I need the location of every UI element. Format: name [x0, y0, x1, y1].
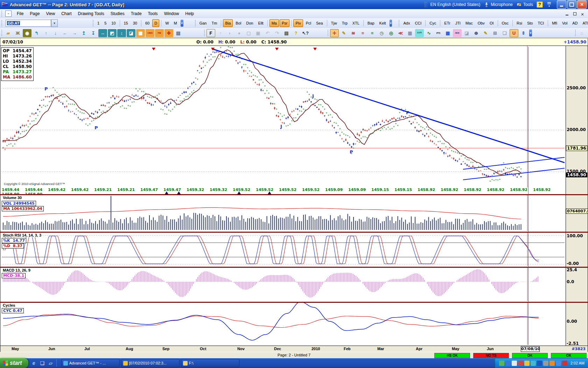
menu-chart[interactable]: Chart: [58, 10, 75, 17]
pencil-icon[interactable]: ✎: [340, 29, 348, 37]
tray-icon-6[interactable]: [531, 361, 536, 366]
study-rsi[interactable]: Rsi: [514, 19, 524, 27]
toolbar-grip[interactable]: [204, 30, 205, 36]
nav-forward-icon[interactable]: ↷: [273, 29, 281, 37]
properties-icon[interactable]: ▤: [174, 29, 183, 37]
volume-panel[interactable]: Volume 30 VOL 24994545 MA 106433962.04 0…: [0, 195, 588, 232]
study-don[interactable]: Don: [244, 19, 255, 27]
taskbar-clock[interactable]: 2:02 AM: [570, 361, 584, 365]
button-advancedget[interactable]: Advanced GET™ - ...: [61, 359, 120, 367]
study-vol[interactable]: Vol: [560, 19, 569, 27]
symbol-dropdown-icon[interactable]: ▼: [51, 19, 58, 27]
context-help-icon[interactable]: ↖?: [301, 29, 310, 37]
toolbar-grip[interactable]: [195, 20, 196, 26]
compress-h-icon[interactable]: ↔: [98, 29, 107, 37]
grid-icon[interactable]: ▦: [136, 29, 145, 37]
study-tci[interactable]: TCI: [536, 19, 546, 27]
tray-icon-9[interactable]: [550, 361, 555, 366]
study-piv[interactable]: Piv: [293, 19, 303, 27]
tray-icon-7[interactable]: [537, 361, 542, 366]
tray-icon-3[interactable]: [512, 361, 517, 366]
macd-plot[interactable]: [2, 268, 565, 301]
microphone-button[interactable]: Microphone: [484, 2, 513, 7]
study-atr[interactable]: ATR: [580, 19, 588, 27]
pointer-crosshair-icon[interactable]: ✛: [330, 29, 339, 37]
shape-tool-icon[interactable]: ◗: [225, 29, 234, 37]
hlines-icon[interactable]: ≡: [368, 29, 377, 37]
timeframe-m[interactable]: M: [172, 19, 179, 27]
study-ad[interactable]: AD: [570, 19, 580, 27]
volume-histogram[interactable]: [2, 195, 565, 231]
button-0702201007023[interactable]: [07/02/2010 07:02:3...: [121, 359, 180, 367]
timeframe-15[interactable]: 15: [122, 19, 130, 27]
zoom-box-icon[interactable]: ◩: [108, 29, 117, 37]
nav-back-icon[interactable]: ↶: [263, 29, 272, 37]
cycles-panel[interactable]: Cycles CYC 0.47 0.00 -2.51: [0, 303, 588, 346]
timeframe-10[interactable]: 10: [109, 19, 118, 27]
language-options-icon[interactable]: ▼: [546, 2, 552, 7]
toolbar-grip[interactable]: [328, 30, 328, 36]
undo-icon[interactable]: ↰: [32, 29, 41, 37]
show-desktop-icon[interactable]: ❏: [39, 360, 46, 367]
target-icon[interactable]: ◎: [387, 29, 396, 37]
grid3-icon[interactable]: ▦: [443, 29, 452, 37]
ellipse-tool-icon[interactable]: ●: [235, 29, 244, 37]
toolbar-grip[interactable]: [575, 30, 576, 36]
menu-file[interactable]: File: [14, 10, 27, 17]
study-obv[interactable]: Obv: [476, 19, 487, 27]
arrow-left-icon[interactable]: ←: [61, 29, 69, 37]
drawing-more-icon[interactable]: ▼: [529, 29, 532, 36]
study-cci[interactable]: CCI: [413, 19, 424, 27]
fib-icon[interactable]: FIB: [155, 29, 164, 37]
timeframe-60[interactable]: 60: [143, 19, 152, 27]
study-etr[interactable]: ETr: [442, 19, 452, 27]
timeframe-30[interactable]: 30: [131, 19, 139, 27]
study-jti[interactable]: JTI: [453, 19, 463, 27]
save-icon[interactable]: ▣: [254, 29, 262, 37]
menu-window[interactable]: Window: [161, 10, 182, 17]
minimize-button[interactable]: [557, 0, 566, 9]
tray-icon-11[interactable]: [562, 361, 567, 366]
menu-trade[interactable]: Trade: [128, 10, 145, 17]
tray-icon-5[interactable]: [524, 361, 530, 366]
fan-icon[interactable]: ≪: [396, 29, 405, 37]
trendline-icon[interactable]: ≋: [349, 29, 358, 37]
macd-panel[interactable]: MACD 13, 26, 9 MCD-38.1 25.4 0.0: [0, 268, 588, 302]
study-bia[interactable]: Bia: [223, 19, 233, 27]
pencil2-icon[interactable]: ✎: [481, 29, 490, 37]
study-osc[interactable]: Osc: [500, 19, 511, 27]
menu-studies[interactable]: Studies: [107, 10, 128, 17]
study-sea[interactable]: Sea: [314, 19, 325, 27]
timeframe-1[interactable]: 1: [95, 19, 102, 27]
document-icon[interactable]: ⌁: [5, 11, 12, 17]
tray-icon-1[interactable]: [499, 361, 504, 366]
step-forward-icon[interactable]: ↧: [89, 29, 98, 37]
split-icon[interactable]: ⇕: [519, 29, 528, 37]
elips-icon[interactable]: ELIPS: [415, 29, 424, 37]
tray-icon-2[interactable]: [505, 361, 511, 366]
study-tjw[interactable]: Tjw: [329, 19, 339, 27]
language-bar-grip[interactable]: [425, 2, 427, 7]
study-kelt[interactable]: Kelt: [377, 19, 388, 27]
studies1-more-icon[interactable]: ▼: [390, 20, 392, 27]
study-bol[interactable]: Bol: [233, 19, 243, 27]
magnet-icon[interactable]: U: [510, 29, 518, 37]
toolbar-grip[interactable]: [399, 20, 399, 26]
mob-icon[interactable]: MOB: [453, 29, 462, 37]
media-player-icon[interactable]: ▱: [47, 360, 54, 367]
study-mac[interactable]: Mac: [463, 19, 475, 27]
eraser-icon[interactable]: ◪: [462, 29, 471, 37]
symbol-input[interactable]: GD.AT: [6, 20, 51, 27]
study-ma[interactable]: Ma: [270, 19, 279, 27]
page-icon[interactable]: ▢: [244, 29, 253, 37]
timeframe-d[interactable]: D: [152, 19, 159, 27]
chart-type-icon[interactable]: F: [206, 29, 215, 37]
crosshair-plus-icon[interactable]: ✚: [164, 29, 173, 37]
restore-button[interactable]: [567, 0, 576, 9]
timeframe-w[interactable]: W: [163, 19, 171, 27]
menu-tools[interactable]: Tools: [145, 10, 161, 17]
tray-icon-10[interactable]: [556, 361, 561, 366]
mdi-restore-button[interactable]: [572, 11, 578, 16]
compress-v-icon[interactable]: ↕: [117, 29, 126, 37]
menu-page[interactable]: Page: [27, 10, 43, 17]
